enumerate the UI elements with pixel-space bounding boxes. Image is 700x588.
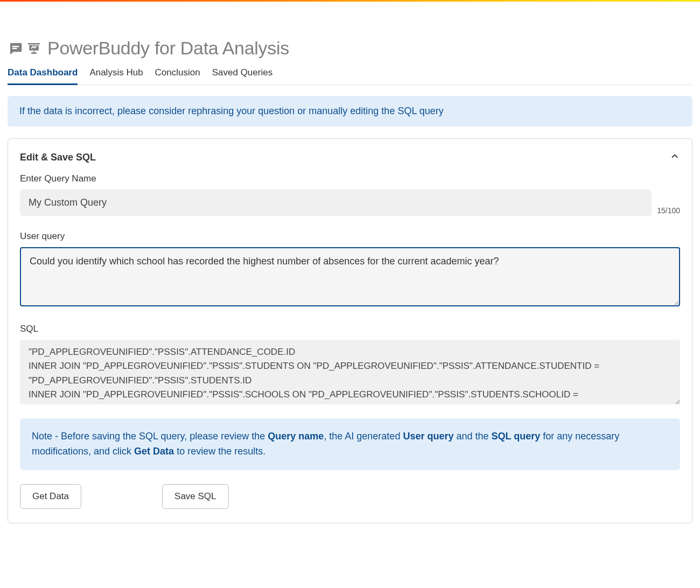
query-name-label: Enter Query Name [20,173,680,184]
button-row: Get Data Save SQL [20,484,680,509]
note-bold-get-data: Get Data [134,446,174,457]
user-query-label: User query [20,231,680,242]
note-text: , the AI generated [324,431,403,442]
panel-title: Edit & Save SQL [20,152,96,163]
tab-saved-queries[interactable]: Saved Queries [212,67,272,85]
save-sql-button[interactable]: Save SQL [162,484,229,509]
sql-label: SQL [20,324,680,334]
tab-data-dashboard[interactable]: Data Dashboard [8,67,78,85]
presentation-icon [26,40,42,57]
svg-rect-1 [12,47,17,49]
chat-icon [8,40,24,57]
char-counter: 15/100 [657,206,680,216]
note-bold-sql-query: SQL query [492,431,541,442]
sql-textarea[interactable]: "PD_APPLEGROVEUNIFIED"."PSSIS".ATTENDANC… [20,340,680,404]
chevron-up-icon[interactable] [669,151,680,164]
panel-header: Edit & Save SQL [20,151,680,164]
get-data-button[interactable]: Get Data [20,484,81,509]
query-name-row: 15/100 [20,190,680,216]
tab-conclusion[interactable]: Conclusion [155,67,200,85]
tab-bar: Data Dashboard Analysis Hub Conclusion S… [8,67,692,85]
note-text: and the [453,431,491,442]
page-header: PowerBuddy for Data Analysis [8,8,692,67]
note-bold-query-name: Query name [268,431,324,442]
edit-save-sql-panel: Edit & Save SQL Enter Query Name 15/100 … [8,138,692,523]
note-text: to review the results. [174,446,265,457]
note-bold-user-query: User query [403,431,453,442]
note-text: Note - Before saving the SQL query, plea… [32,431,268,442]
user-query-textarea[interactable] [20,247,680,306]
query-name-input[interactable] [20,190,652,216]
header-icon-group [8,40,42,57]
page-title: PowerBuddy for Data Analysis [47,38,289,59]
tab-analysis-hub[interactable]: Analysis Hub [89,67,143,85]
note-banner: Note - Before saving the SQL query, plea… [20,418,680,470]
page-container: PowerBuddy for Data Analysis Data Dashbo… [0,2,700,545]
info-banner: If the data is incorrect, please conside… [8,96,692,127]
svg-rect-0 [12,46,19,47]
